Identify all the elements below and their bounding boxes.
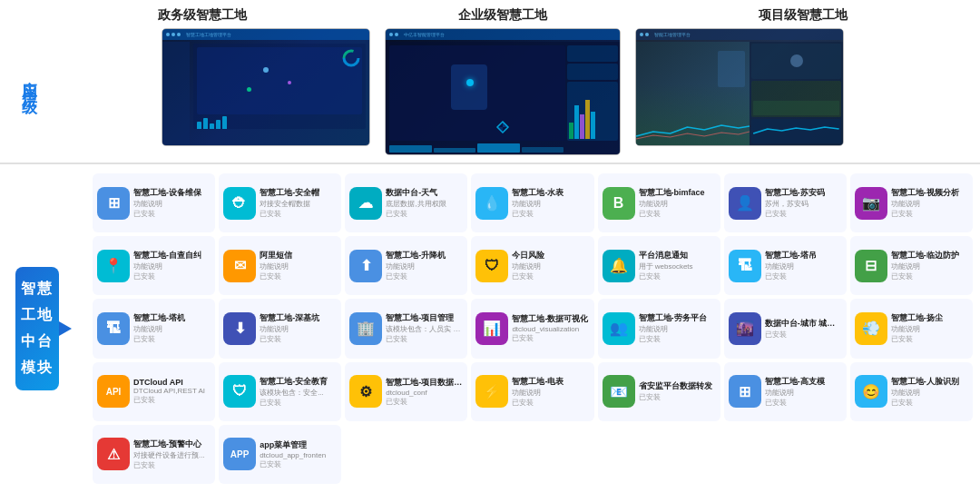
module-status: 已安装 [765,330,842,340]
module-info: 省安监平台数据转发已安装 [639,380,716,402]
main-container: 应用 层级 政务级智慧工地 企业级智慧工地 项目级智慧工地 智慧工地工地管理平台 [0,0,980,493]
module-card[interactable]: ⊞智慧工地-高支模功能说明已安装 [724,362,847,421]
module-icon: ⚙ [349,375,382,408]
module-status: 已安装 [386,271,463,281]
module-status: 已安装 [512,333,589,343]
module-desc: 该模块包含：安全... [260,388,337,398]
module-title: 智慧工地-水表 [512,187,589,199]
module-card[interactable]: 📧省安监平台数据转发已安装 [598,362,720,421]
module-title: 阿里短信 [260,250,337,261]
module-icon: 🛡 [223,375,256,408]
screens-row: 智慧工地工地管理平台 [53,28,953,155]
module-status: 已安装 [512,209,589,219]
module-info: DTCloud APIDTCloud API,REST AI已安装 [133,378,211,405]
module-card[interactable]: B智慧工地-bimface功能说明已安装 [598,173,720,232]
module-desc: 功能说明 [260,324,337,334]
title-gov: 政务级智慧工地 [158,7,247,24]
module-info: 智慧工地-数据可视化dtcloud_visualization已安装 [512,313,589,343]
top-left-labels: 应用 层级 [7,7,53,155]
module-title: 智慧工地-人脸识别 [891,376,968,388]
module-card[interactable]: APIDTCloud APIDTCloud API,REST AI已安装 [93,362,215,421]
module-info: 智慧工地-设备维保功能说明已安装 [133,187,211,219]
module-card[interactable]: 👥智慧工地-劳务平台功能说明已安装 [598,299,720,358]
module-title: app菜单管理 [260,439,337,451]
module-title: 智慧工地-扬尘 [891,312,968,324]
module-card[interactable]: ⬆智慧工地-升降机功能说明已安装 [345,236,467,295]
module-status: 已安装 [891,334,968,344]
module-info: 智慧工地-塔吊功能说明已安装 [765,250,842,281]
module-icon: ⬇ [223,312,256,345]
module-icon: ✉ [223,250,256,282]
module-status: 已安装 [639,334,716,344]
module-card[interactable]: ⊞智慧工地-设备维保功能说明已安装 [93,173,215,232]
module-icon: ⚠ [97,438,130,470]
module-icon: ⊞ [97,187,130,220]
module-info: 智慧工地-塔机功能说明已安装 [133,312,211,344]
module-icon: ⬆ [349,250,382,282]
module-card[interactable]: 😊智慧工地-人脸识别功能说明已安装 [850,362,973,421]
module-card[interactable]: 📷智慧工地-视频分析功能说明已安装 [850,173,973,232]
module-status: 已安装 [386,397,463,407]
module-status: 已安装 [386,209,463,219]
module-card[interactable]: ⊟智慧工地-临边防护功能说明已安装 [850,236,973,295]
module-title: 智慧工地-劳务平台 [639,312,716,324]
module-card[interactable]: APPapp菜单管理dtcloud_app_fronten已安装 [219,425,341,484]
module-info: 智慧工地-视频分析功能说明已安装 [891,187,968,219]
module-card[interactable]: 🔔平台消息通知用于 websockets已安装 [598,236,720,295]
module-card[interactable]: ⛑智慧工地-安全帽对接安全帽数据已安装 [219,173,341,232]
module-icon: 🏢 [349,312,382,345]
module-desc: 功能说明 [765,388,842,398]
module-card[interactable]: ⚙智慧工地-项目数据初始化dtcloud_conf已安装 [345,362,467,421]
module-desc: 功能说明 [765,261,842,271]
module-card[interactable]: ☁数据中台-天气底层数据,共用权限已安装 [345,173,467,232]
module-card[interactable]: 💨智慧工地-扬尘功能说明已安装 [850,299,973,358]
module-info: 智慧工地-人脸识别功能说明已安装 [891,376,968,408]
module-desc: 对接硬件设备进行预... [133,450,211,460]
title-proj: 项目级智慧工地 [759,7,848,24]
module-status: 已安装 [133,460,211,470]
module-icon: 🛡 [475,250,508,282]
module-info: 智慧工地-bimface功能说明已安装 [639,187,716,219]
module-status: 已安装 [891,398,968,408]
module-info: 智慧工地-电表功能说明已安装 [512,376,589,408]
module-icon: ⚡ [475,375,508,408]
module-icon: 😊 [855,375,887,408]
module-desc: 功能说明 [133,199,211,209]
module-title: 智慧工地-塔机 [133,312,211,324]
module-card[interactable]: 🌆数据中台-城市 城际信息已安装 [724,299,847,358]
module-info: 智慧工地-自查自纠功能说明已安装 [133,250,211,281]
module-title: 智慧工地-bimface [639,187,716,199]
module-desc: 底层数据,共用权限 [386,199,463,209]
module-desc: 对接安全帽数据 [260,199,337,209]
module-icon: ⊞ [729,375,761,408]
module-title: 智慧工地-项目数据初始化 [386,377,463,389]
module-card[interactable]: 🛡智慧工地-安全教育该模块包含：安全...已安装 [219,362,341,421]
module-card[interactable]: ⚠智慧工地-预警中心对接硬件设备进行预...已安装 [93,425,215,484]
layer-label: 层级 [20,82,41,91]
module-status: 已安装 [260,271,337,281]
module-card[interactable]: 💧智慧工地-水表功能说明已安装 [471,173,593,232]
module-card[interactable]: 🏗智慧工地-塔机功能说明已安装 [93,299,215,358]
module-card[interactable]: 🏗智慧工地-塔吊功能说明已安装 [724,236,847,295]
module-title: 数据中台-天气 [386,187,463,199]
module-card[interactable]: 👤智慧工地-苏安码苏州，苏安码已安装 [724,173,847,232]
module-title: 智慧工地-设备维保 [133,187,211,199]
module-card[interactable]: 🏢智慧工地-项目管理该模块包含：人员实 管理、预警等已安装 [345,299,467,358]
module-icon: ⊟ [855,250,887,282]
module-card[interactable]: 📊智慧工地-数据可视化dtcloud_visualization已安装 [471,299,593,358]
module-info: app菜单管理dtcloud_app_fronten已安装 [260,439,337,469]
module-desc: 功能说明 [891,324,968,334]
module-title: 智慧工地-预警中心 [133,439,211,450]
module-title: 今日风险 [512,250,589,261]
module-card[interactable]: 🛡今日风险功能说明已安装 [471,236,593,295]
module-status: 已安装 [639,392,716,402]
module-card[interactable]: ⬇智慧工地-深基坑功能说明已安装 [219,299,341,358]
module-card[interactable]: ⚡智慧工地-电表功能说明已安装 [471,362,593,421]
module-icon: 📊 [475,312,508,345]
module-info: 智慧工地-项目管理该模块包含：人员实 管理、预警等已安装 [386,312,463,344]
module-card[interactable]: 📍智慧工地-自查自纠功能说明已安装 [93,236,215,295]
module-title: 智慧工地-项目管理 [386,312,463,324]
module-card[interactable]: ✉阿里短信功能说明已安装 [219,236,341,295]
module-desc: 功能说明 [891,388,968,398]
module-title: 智慧工地-高支模 [765,376,842,388]
